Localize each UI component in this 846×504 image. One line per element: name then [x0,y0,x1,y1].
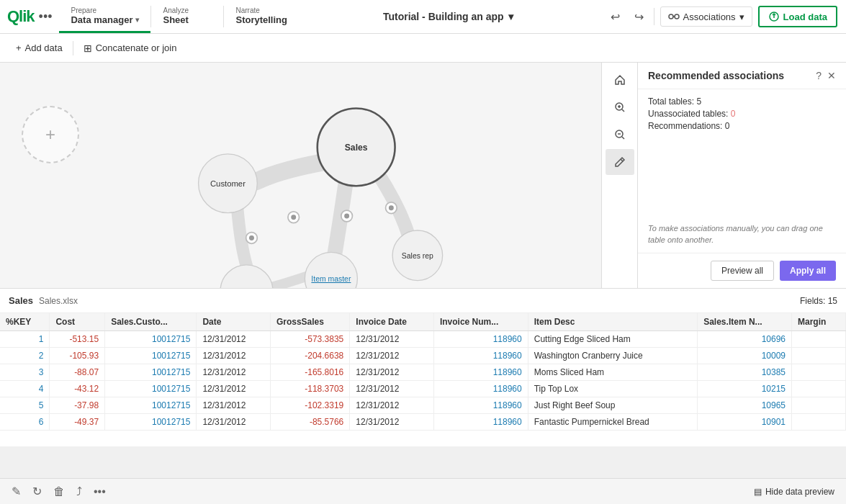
col-item-n: Sales.Item N... [698,313,792,331]
refresh-icon[interactable]: ↻ [32,485,42,498]
cell-item-n: 10385 [698,364,792,381]
unassoc-tables-row: Unassociated tables: 0 [648,109,836,119]
edit-associations-button[interactable] [606,149,634,175]
nav-narrate-section[interactable]: Narrate Storytelling [224,0,299,33]
panel-actions: Preview all Apply all [638,253,846,288]
hide-preview-button[interactable]: ▤ Hide data preview [754,487,834,497]
home-button[interactable] [606,67,634,93]
svg-text:Sales: Sales [345,143,368,153]
edit-icon[interactable]: ✎ [12,485,21,498]
table-row: 5 -37.98 10012715 12/31/2012 -102.3319 1… [0,397,846,414]
home-icon [614,74,626,86]
cell-item-n: 10965 [698,397,792,414]
app-title-chevron[interactable]: ▾ [508,11,513,22]
hide-preview-icon: ▤ [754,487,762,497]
nav-divider-3 [654,8,654,25]
share-icon[interactable]: ⤴ [76,485,82,498]
svg-text:Item master: Item master [311,275,351,283]
nav-right-area: ↩ ↪ Associations ▾ Load data [598,0,846,33]
nav-more-button[interactable]: ••• [39,9,53,24]
app-title: Tutorial - Building an app ▾ [383,11,513,22]
cell-inv-num: 118960 [433,414,528,431]
cell-margin [792,348,846,364]
nav-analyze-section[interactable]: Analyze Sheet [151,0,223,33]
panel-header-icons: ? ✕ [816,70,836,81]
preview-all-button[interactable]: Preview all [711,261,774,281]
cell-key: 1 [0,331,50,348]
bottom-icons: ✎ ↻ 🗑 ⤴ ••• [12,485,106,498]
table-row: 6 -49.37 10012715 12/31/2012 -85.5766 12… [0,414,846,431]
redo-button[interactable]: ↪ [630,7,648,27]
cell-gross: -85.5766 [270,414,349,431]
cell-gross: -102.3319 [270,397,349,414]
load-data-button[interactable]: Load data [758,6,837,27]
zoom-out-button[interactable] [606,122,634,148]
concatenate-button[interactable]: ⊞ Concatenate or join [76,38,184,58]
nav-prepare-label: Prepare [71,6,139,14]
cell-item-n: 10215 [698,381,792,397]
delete-icon[interactable]: 🗑 [53,485,65,498]
cell-custo: 10012715 [105,414,197,431]
recommendations-value: 0 [725,121,730,131]
qlik-logo: Qlik [7,7,35,26]
cell-cost: -49.37 [50,414,105,431]
cell-inv-date: 12/31/2012 [350,364,434,381]
svg-point-10 [249,235,254,240]
panel-close-button[interactable]: ✕ [827,70,836,81]
total-tables-label: Total tables: [648,96,694,107]
table-row: 3 -88.07 10012715 12/31/2012 -165.8016 1… [0,364,846,381]
svg-text:Cities: Cities [236,287,257,288]
concat-label: Concatenate or join [96,42,177,53]
cell-inv-num: 118960 [433,348,528,364]
cell-item-desc: Just Right Beef Soup [528,397,697,414]
bottom-bar: ✎ ↻ 🗑 ⤴ ••• ▤ Hide data preview [0,478,846,504]
cell-item-n: 10696 [698,331,792,348]
zoom-in-button[interactable] [606,94,634,120]
cell-custo: 10012715 [105,364,197,381]
add-table-icon: + [45,125,55,145]
cell-item-desc: Washington Cranberry Juice [528,348,697,364]
cell-margin [792,331,846,348]
cell-inv-date: 12/31/2012 [350,414,434,431]
cell-margin [792,397,846,414]
nav-narrate-label: Narrate [235,6,287,14]
svg-line-24 [622,109,624,112]
col-inv-date: Invoice Date [350,313,434,331]
cell-custo: 10012715 [105,381,197,397]
apply-all-button[interactable]: Apply all [780,261,836,281]
nav-prepare-section[interactable]: Prepare Data manager ▾ [59,0,150,33]
logo-area: Qlik ••• [0,0,59,33]
add-table-button[interactable]: + [22,106,79,163]
cell-margin [792,381,846,397]
col-gross: GrossSales [270,313,349,331]
associations-button[interactable]: Associations ▾ [660,6,752,27]
preview-table: %KEY Cost Sales.Custo... Date GrossSales… [0,313,846,431]
add-data-button[interactable]: + Add data [9,38,70,58]
unassoc-label: Unassociated tables: [648,109,728,119]
cell-margin [792,414,846,431]
cell-key: 6 [0,414,50,431]
cell-inv-date: 12/31/2012 [350,397,434,414]
top-navigation: Qlik ••• Prepare Data manager ▾ Analyze … [0,0,846,34]
concat-icon: ⊞ [84,42,92,54]
pencil-icon [614,156,626,168]
add-data-icon: + [16,42,22,53]
cell-cost: -105.93 [50,348,105,364]
cell-key: 4 [0,381,50,397]
panel-empty-area [638,140,846,216]
panel-help-button[interactable]: ? [816,70,822,81]
add-data-label: Add data [25,42,63,53]
cell-item-n: 10901 [698,414,792,431]
svg-point-12 [389,205,394,210]
preview-table-name: Sales [9,295,33,306]
graph-canvas: Sales Customer Item master Sales rep Cit… [0,63,637,288]
more-icon[interactable]: ••• [94,485,106,498]
load-data-label: Load data [783,12,827,22]
cell-date: 12/31/2012 [197,364,270,381]
table-row: 2 -105.93 10012715 12/31/2012 -204.6638 … [0,348,846,364]
cell-item-desc: Tip Top Lox [528,381,697,397]
main-area: + [0,63,846,288]
cell-item-desc: Cutting Edge Sliced Ham [528,331,697,348]
svg-point-21 [220,265,273,288]
undo-button[interactable]: ↩ [606,7,624,27]
